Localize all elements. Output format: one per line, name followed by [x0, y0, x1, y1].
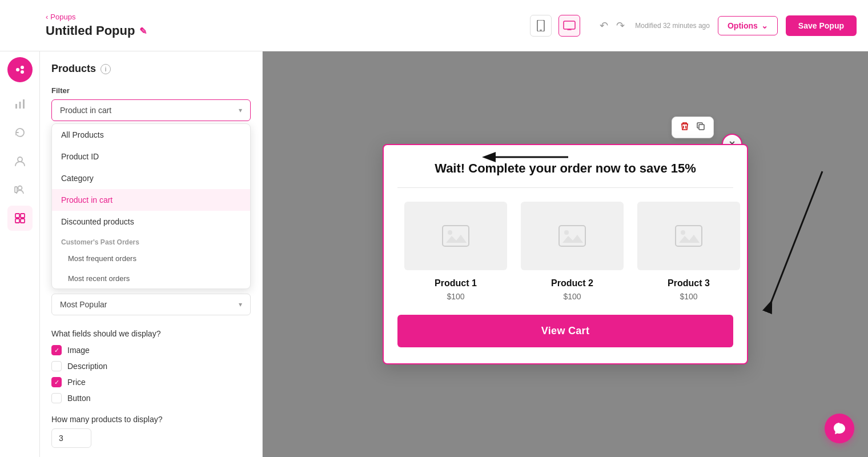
sidebar-panel: Products i Filter Product in cart ▾ All … — [40, 51, 263, 457]
svg-rect-13 — [21, 214, 25, 218]
product-image-2 — [521, 202, 624, 270]
dropdown-group-label: Customer's Past Orders — [52, 232, 250, 248]
sidebar-title: Products i — [51, 63, 251, 75]
options-button[interactable]: Options ⌄ — [718, 16, 778, 35]
svg-rect-6 — [15, 104, 17, 109]
svg-rect-12 — [15, 214, 19, 218]
redo-button[interactable]: ↷ — [614, 17, 627, 34]
filter-dropdown-menu: All Products Product ID Category Product… — [51, 123, 251, 289]
fields-label: What fields should we display? — [51, 329, 251, 338]
popup-widget: Wait! Complete your order now to save 15… — [383, 144, 748, 364]
dropdown-item-category[interactable]: Category — [52, 167, 250, 189]
info-icon[interactable]: i — [101, 64, 111, 74]
topbar-left: ‹ Popups Untitled Popup ✎ — [46, 13, 147, 38]
checkbox-button-control[interactable] — [51, 393, 62, 403]
sort-dropdown[interactable]: Most Popular ▾ — [51, 294, 251, 315]
fields-section: What fields should we display? ✓ Image D… — [51, 329, 251, 403]
count-input[interactable] — [51, 428, 91, 448]
svg-rect-1 — [540, 30, 542, 31]
product-price-2: $100 — [563, 292, 581, 301]
chevron-down-icon: ▾ — [239, 106, 242, 114]
popup-headline: Wait! Complete your order now to save 15… — [397, 161, 733, 176]
app-logo — [7, 57, 33, 82]
dropdown-item-discounted[interactable]: Discounted products — [52, 211, 250, 232]
popup-title: Untitled Popup ✎ — [46, 23, 147, 38]
svg-rect-21 — [676, 226, 702, 246]
dropdown-item-all-products[interactable]: All Products — [52, 124, 250, 146]
main-layout: Products i Filter Product in cart ▾ All … — [0, 51, 868, 457]
view-cart-section: View Cart — [384, 315, 747, 363]
popup-container: × Wait! Complete your order now to save … — [383, 144, 748, 364]
breadcrumb[interactable]: ‹ Popups — [46, 13, 147, 21]
nav-item-contacts[interactable] — [7, 177, 33, 202]
filter-dropdown[interactable]: Product in cart ▾ — [51, 99, 251, 121]
product-card-2: Product 2 $100 — [514, 202, 630, 301]
product-card-1: Product 1 $100 — [397, 202, 514, 301]
nav-item-audience[interactable] — [7, 149, 33, 174]
undo-button[interactable]: ↶ — [597, 17, 610, 34]
checkbox-button: Button — [51, 393, 251, 403]
checkbox-price-control[interactable]: ✓ — [51, 377, 62, 387]
modified-text: Modified 32 minutes ago — [635, 22, 710, 30]
popup-toolbar — [672, 117, 714, 138]
device-switcher — [530, 15, 580, 37]
undo-redo-group: ↶ ↷ — [597, 17, 627, 34]
chevron-down-icon: ▾ — [239, 300, 242, 308]
products-count-section: How many products to display? — [51, 415, 251, 448]
dropdown-subitem-recent[interactable]: Most recent orders — [52, 268, 250, 288]
copy-icon[interactable] — [694, 121, 708, 134]
canvas-area: × Wait! Complete your order now to save … — [263, 51, 868, 457]
nav-item-products[interactable] — [7, 206, 33, 231]
products-row: Product 1 $100 Product 2 $100 — [384, 188, 747, 315]
svg-rect-19 — [559, 226, 585, 246]
product-name-2: Product 2 — [551, 278, 593, 288]
trash-icon[interactable] — [678, 121, 692, 134]
filter-label: Filter — [51, 86, 251, 95]
checkbox-description-control[interactable] — [51, 361, 62, 371]
svg-point-18 — [448, 230, 452, 235]
svg-point-20 — [564, 230, 569, 235]
svg-point-9 — [18, 157, 22, 162]
checkbox-price: ✓ Price — [51, 377, 251, 387]
count-label: How many products to display? — [51, 415, 251, 424]
svg-rect-7 — [19, 102, 21, 109]
nav-item-refresh[interactable] — [7, 120, 33, 145]
product-price-3: $100 — [680, 292, 697, 301]
svg-rect-2 — [564, 21, 575, 29]
popup-header: Wait! Complete your order now to save 15… — [384, 145, 747, 187]
desktop-view-button[interactable] — [558, 15, 580, 37]
mobile-view-button[interactable] — [530, 15, 552, 37]
product-card-3: Product 3 $100 — [630, 202, 747, 301]
dropdown-item-product-id[interactable]: Product ID — [52, 146, 250, 167]
chat-widget[interactable] — [825, 414, 854, 443]
svg-point-5 — [21, 70, 24, 74]
checkbox-image-control[interactable]: ✓ — [51, 345, 62, 355]
svg-rect-17 — [443, 226, 469, 246]
left-nav — [0, 51, 40, 457]
svg-point-3 — [16, 68, 19, 71]
svg-rect-8 — [23, 99, 25, 109]
view-cart-button[interactable]: View Cart — [397, 315, 733, 347]
topbar: ‹ Popups Untitled Popup ✎ ↶ ↷ Modified 3… — [0, 0, 868, 51]
topbar-actions: ↶ ↷ Modified 32 minutes ago Options ⌄ Sa… — [597, 15, 857, 36]
product-image-1 — [404, 202, 507, 270]
product-image-3 — [637, 202, 740, 270]
chevron-down-icon: ⌄ — [761, 21, 768, 30]
edit-icon[interactable]: ✎ — [139, 26, 147, 37]
back-arrow-icon: ‹ — [46, 13, 48, 21]
dropdown-subitem-frequent[interactable]: Most frequent orders — [52, 248, 250, 268]
save-popup-button[interactable]: Save Popup — [786, 15, 857, 36]
dropdown-item-product-in-cart[interactable]: Product in cart — [52, 189, 250, 211]
svg-point-4 — [21, 66, 24, 69]
product-name-1: Product 1 — [435, 278, 477, 288]
product-name-3: Product 3 — [668, 278, 710, 288]
checkbox-description: Description — [51, 361, 251, 371]
checkbox-image: ✓ Image — [51, 345, 251, 355]
svg-rect-11 — [15, 187, 17, 193]
nav-item-analytics[interactable] — [7, 91, 33, 117]
svg-point-10 — [18, 186, 22, 190]
svg-point-22 — [681, 230, 685, 235]
svg-rect-15 — [21, 219, 25, 223]
filter-dropdown-wrapper: Product in cart ▾ — [51, 99, 251, 121]
svg-rect-16 — [699, 125, 704, 130]
